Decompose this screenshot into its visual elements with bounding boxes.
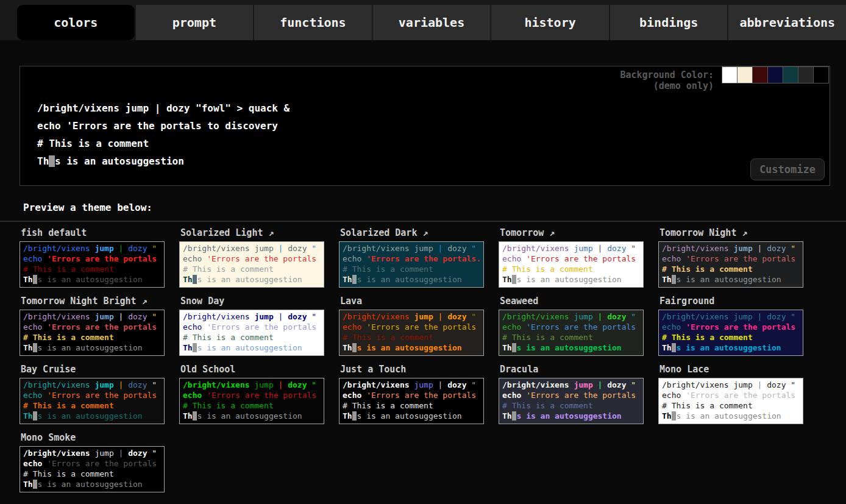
theme-preview-line: This is an autosuggestion [502, 411, 643, 421]
theme-preview-line: # This is a comment [343, 400, 483, 411]
theme-preview-line: This is an autosuggestion [343, 411, 483, 421]
tab-functions[interactable]: functions [253, 5, 372, 40]
background-swatch-0[interactable] [722, 66, 738, 83]
customize-button[interactable]: Customize [750, 158, 825, 180]
theme-card-old-school[interactable]: Old School/bright/vixens jump | dozy "ec… [179, 364, 325, 424]
theme-swatch-preview[interactable]: /bright/vixens jump | dozy "echo 'Errors… [339, 310, 484, 356]
text-segment: Th [502, 275, 512, 284]
theme-card-tomorrow-night-bright[interactable]: Tomorrow Night Bright ↗/bright/vixens ju… [20, 296, 166, 356]
theme-swatch-preview[interactable]: /bright/vixens jump | dozy "echo 'Errors… [658, 378, 803, 424]
theme-card-seaweed[interactable]: Seaweed/bright/vixens jump | dozy "echo … [499, 296, 645, 356]
tab-prompt[interactable]: prompt [135, 5, 254, 40]
theme-card-just-a-touch[interactable]: Just a Touch/bright/vixens jump | dozy "… [339, 364, 485, 424]
theme-swatch-preview[interactable]: /bright/vixens jump | dozy "echo 'Errors… [179, 241, 324, 288]
theme-preview-line: This is an autosuggestion [183, 274, 324, 285]
text-segment: dozy [128, 244, 147, 253]
text-segment: echo [662, 391, 686, 400]
text-segment: dozy [128, 449, 147, 458]
theme-card-mono-lace[interactable]: Mono Lace/bright/vixens jump | dozy "ech… [658, 364, 805, 424]
text-segment: 'Errors are the portals [686, 391, 795, 400]
theme-preview-line: /bright/vixens jump | dozy " [23, 448, 164, 458]
theme-card-lava[interactable]: Lava/bright/vixens jump | dozy "echo 'Er… [339, 296, 485, 356]
theme-swatch-preview[interactable]: /bright/vixens jump | dozy "echo 'Errors… [179, 310, 324, 356]
text-segment: s is an autosuggestion [676, 343, 781, 352]
background-swatch-3[interactable] [767, 66, 783, 83]
theme-card-dracula[interactable]: Dracula/bright/vixens jump | dozy "echo … [499, 364, 645, 424]
theme-swatch-preview[interactable]: /bright/vixens jump | dozy "echo 'Errors… [20, 446, 165, 492]
text-segment: Th [183, 343, 193, 352]
theme-card-bay-cruise[interactable]: Bay Cruise/bright/vixens jump | dozy "ec… [20, 364, 166, 424]
theme-swatch-preview[interactable]: /bright/vixens jump | dozy "echo 'Errors… [339, 378, 484, 424]
text-segment: 'Errors are the portals [526, 391, 636, 400]
background-swatch-2[interactable] [752, 66, 768, 83]
theme-card-tomorrow-night[interactable]: Tomorrow Night ↗/bright/vixens jump | do… [658, 227, 805, 288]
theme-swatch-preview[interactable]: /bright/vixens jump | dozy "echo 'Errors… [179, 378, 324, 424]
terminal-line: # This is a comment [37, 135, 830, 152]
text-segment: | [114, 312, 128, 321]
text-segment: Th [23, 343, 33, 352]
theme-swatch-preview[interactable]: /bright/vixens jump | dozy "echo 'Errors… [20, 241, 165, 288]
theme-preview-terminal: Background Color: (demo only) /bright/vi… [20, 66, 830, 186]
theme-preview-line: This is an autosuggestion [662, 274, 803, 285]
theme-card-tomorrow[interactable]: Tomorrow ↗/bright/vixens jump | dozy "ec… [499, 227, 645, 288]
text-segment: s is an autosuggestion [516, 275, 621, 284]
tab-bindings[interactable]: bindings [609, 5, 728, 40]
text-segment: /bright/vixens [662, 380, 729, 389]
theme-card-solarized-light[interactable]: Solarized Light ↗/bright/vixens jump | d… [179, 227, 325, 288]
theme-preview-line: This is an autosuggestion [662, 411, 803, 421]
theme-swatch-preview[interactable]: /bright/vixens jump | dozy "echo 'Errors… [20, 378, 165, 424]
background-swatch-4[interactable] [783, 66, 798, 83]
colors-tab-content: Background Color: (demo only) /bright/vi… [0, 66, 846, 492]
background-swatch-6[interactable] [813, 66, 829, 83]
theme-preview-line: This is an autosuggestion [23, 479, 164, 489]
text-segment: Th [662, 275, 672, 284]
text-segment: | [274, 312, 288, 321]
text-segment: dozy [767, 244, 786, 253]
text-segment: # This is a comment [343, 264, 433, 274]
theme-name: Mono Smoke [21, 432, 166, 443]
text-segment: Th [343, 343, 352, 352]
text-segment: # This is a comment [662, 401, 753, 410]
tab-abbreviations[interactable]: abbreviations [727, 5, 846, 40]
tab-variables[interactable]: variables [372, 5, 491, 40]
text-segment: s is an autosuggestion [676, 411, 781, 421]
theme-name: Tomorrow ↗ [500, 227, 645, 238]
background-swatch-5[interactable] [798, 66, 814, 83]
text-segment: # This is a comment [662, 264, 753, 274]
text-segment: Th [23, 480, 33, 489]
theme-swatch-preview[interactable]: /bright/vixens jump | dozy "echo 'Errors… [20, 310, 165, 356]
theme-card-fairground[interactable]: Fairground/bright/vixens jump | dozy "ec… [658, 296, 805, 356]
background-color-label-line2: (demo only) [620, 80, 714, 91]
tab-bar: colorspromptfunctionsvariableshistorybin… [0, 0, 846, 40]
text-segment: dozy [607, 380, 626, 389]
tab-history[interactable]: history [490, 5, 609, 40]
theme-swatch-preview[interactable]: /bright/vixens jump | dozy "echo 'Errors… [499, 378, 644, 424]
tab-colors[interactable]: colors [17, 5, 135, 40]
text-segment: Th [183, 411, 193, 421]
theme-preview-line: # This is a comment [183, 264, 324, 274]
theme-swatch-preview[interactable]: /bright/vixens jump | dozy "echo 'Errors… [658, 241, 803, 288]
text-segment: # This is a comment [23, 264, 114, 274]
text-segment: /bright/vixens [343, 244, 410, 253]
text-segment: " [786, 380, 796, 389]
theme-card-snow-day[interactable]: Snow Day/bright/vixens jump | dozy "echo… [179, 296, 325, 356]
text-segment: # This is a comment [37, 138, 149, 149]
theme-swatch-preview[interactable]: /bright/vixens jump | dozy "echo 'Errors… [499, 241, 644, 288]
theme-name: Just a Touch [340, 364, 485, 375]
theme-swatch-preview[interactable]: /bright/vixens jump | dozy "echo 'Errors… [339, 241, 484, 288]
theme-swatch-preview[interactable]: /bright/vixens jump | dozy "echo 'Errors… [658, 310, 803, 356]
text-segment: echo [502, 322, 526, 332]
text-segment: 'Errors are the portals [47, 322, 157, 332]
background-swatch-1[interactable] [737, 66, 753, 83]
theme-preview-line: # This is a comment [662, 332, 803, 343]
theme-card-solarized-dark[interactable]: Solarized Dark ↗/bright/vixens jump | do… [339, 227, 485, 288]
text-segment: Th [23, 411, 33, 421]
theme-card-mono-smoke[interactable]: Mono Smoke/bright/vixens jump | dozy "ec… [20, 432, 166, 492]
theme-preview-line: echo 'Errors are the portals [23, 458, 164, 469]
text-segment: jump [410, 312, 433, 321]
text-segment: | [433, 380, 447, 389]
text-segment: Th [502, 343, 512, 352]
theme-preview-line: echo 'Errors are the portals [662, 390, 803, 400]
theme-card-fish-default[interactable]: fish default/bright/vixens jump | dozy "… [20, 227, 166, 288]
theme-swatch-preview[interactable]: /bright/vixens jump | dozy "echo 'Errors… [499, 310, 644, 356]
